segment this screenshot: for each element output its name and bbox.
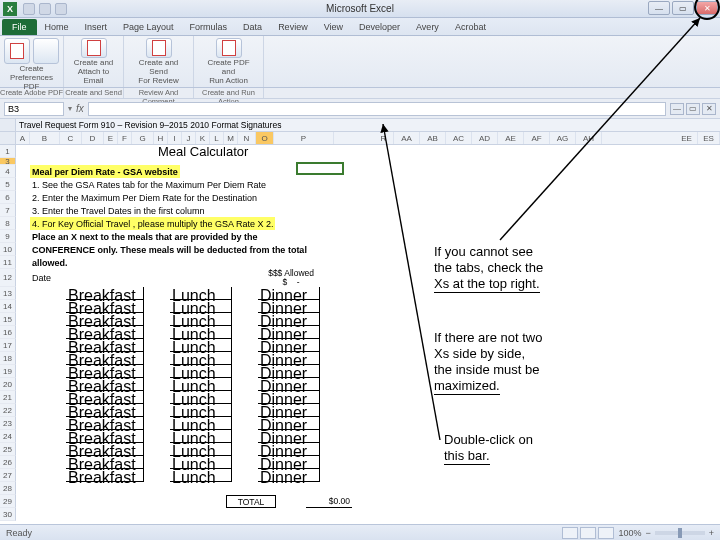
- view-normal-icon[interactable]: [562, 527, 578, 539]
- row-hdr[interactable]: 19: [0, 365, 16, 378]
- zoom-out-icon[interactable]: −: [645, 528, 650, 538]
- tab-home[interactable]: Home: [37, 19, 77, 35]
- row-hdr[interactable]: 30: [0, 508, 16, 521]
- name-box[interactable]: B3: [4, 102, 64, 116]
- row-hdr[interactable]: 29: [0, 495, 16, 508]
- col-AB[interactable]: AB: [420, 132, 446, 144]
- row-hdr[interactable]: 22: [0, 404, 16, 417]
- tab-formulas[interactable]: Formulas: [182, 19, 236, 35]
- col-AA[interactable]: AA: [394, 132, 420, 144]
- zoom-slider[interactable]: [655, 531, 705, 535]
- row-hdr[interactable]: 12: [0, 269, 16, 287]
- dinner-cell[interactable]: Dinner: [258, 313, 320, 326]
- prefs-icon[interactable]: [33, 38, 59, 64]
- file-tab[interactable]: File: [2, 19, 37, 35]
- tab-view[interactable]: View: [316, 19, 351, 35]
- dinner-cell[interactable]: Dinner: [258, 300, 320, 313]
- col-N[interactable]: N: [238, 132, 256, 144]
- lunch-cell[interactable]: Lunch: [170, 287, 232, 300]
- col-D[interactable]: D: [82, 132, 104, 144]
- dinner-cell[interactable]: Dinner: [258, 365, 320, 378]
- dinner-cell[interactable]: Dinner: [258, 456, 320, 469]
- breakfast-cell[interactable]: Breakfast: [66, 404, 144, 417]
- close-inner-icon[interactable]: ✕: [702, 103, 716, 115]
- col-AD[interactable]: AD: [472, 132, 498, 144]
- breakfast-cell[interactable]: Breakfast: [66, 391, 144, 404]
- row-hdr[interactable]: 5: [0, 178, 16, 191]
- lunch-cell[interactable]: Lunch: [170, 404, 232, 417]
- dinner-cell[interactable]: Dinner: [258, 352, 320, 365]
- row-hdr[interactable]: 8: [0, 217, 16, 230]
- action-icon[interactable]: [216, 38, 242, 58]
- row-hdr[interactable]: 25: [0, 443, 16, 456]
- dinner-cell[interactable]: Dinner: [258, 326, 320, 339]
- row-hdr[interactable]: 23: [0, 417, 16, 430]
- dinner-cell[interactable]: Dinner: [258, 287, 320, 300]
- lunch-cell[interactable]: Lunch: [170, 313, 232, 326]
- col-J[interactable]: J: [182, 132, 196, 144]
- tab-developer[interactable]: Developer: [351, 19, 408, 35]
- row-hdr[interactable]: 27: [0, 469, 16, 482]
- tab-pagelayout[interactable]: Page Layout: [115, 19, 182, 35]
- col-F[interactable]: F: [118, 132, 132, 144]
- col-K[interactable]: K: [196, 132, 210, 144]
- col-AC[interactable]: AC: [446, 132, 472, 144]
- minimize-outer-icon[interactable]: —: [648, 1, 670, 15]
- breakfast-cell[interactable]: Breakfast: [66, 430, 144, 443]
- lunch-cell[interactable]: Lunch: [170, 443, 232, 456]
- row-hdr[interactable]: 9: [0, 230, 16, 243]
- row-hdr[interactable]: 17: [0, 339, 16, 352]
- tab-avery[interactable]: Avery: [408, 19, 447, 35]
- dinner-cell[interactable]: Dinner: [258, 443, 320, 456]
- row-hdr[interactable]: 15: [0, 313, 16, 326]
- col-AE[interactable]: AE: [498, 132, 524, 144]
- col-M[interactable]: M: [224, 132, 238, 144]
- breakfast-cell[interactable]: Breakfast: [66, 326, 144, 339]
- col-AF[interactable]: AF: [524, 132, 550, 144]
- dropdown-icon[interactable]: ▾: [68, 104, 72, 113]
- col-R[interactable]: R: [374, 132, 394, 144]
- dinner-cell[interactable]: Dinner: [258, 378, 320, 391]
- minimize-inner-icon[interactable]: —: [670, 103, 684, 115]
- breakfast-cell[interactable]: Breakfast: [66, 378, 144, 391]
- breakfast-cell[interactable]: Breakfast: [66, 352, 144, 365]
- row-hdr[interactable]: 26: [0, 456, 16, 469]
- lunch-cell[interactable]: Lunch: [170, 326, 232, 339]
- row-hdr[interactable]: 28: [0, 482, 16, 495]
- breakfast-cell[interactable]: Breakfast: [66, 456, 144, 469]
- view-layout-icon[interactable]: [580, 527, 596, 539]
- col-G[interactable]: G: [132, 132, 154, 144]
- qat-undo-icon[interactable]: [39, 3, 51, 15]
- lunch-cell[interactable]: Lunch: [170, 378, 232, 391]
- col-B[interactable]: B: [30, 132, 60, 144]
- email-icon[interactable]: [81, 38, 107, 58]
- row-hdr[interactable]: 4: [0, 165, 16, 178]
- breakfast-cell[interactable]: Breakfast: [66, 313, 144, 326]
- tab-review[interactable]: Review: [270, 19, 316, 35]
- view-break-icon[interactable]: [598, 527, 614, 539]
- row-hdr[interactable]: 11: [0, 256, 16, 269]
- col-A[interactable]: A: [16, 132, 30, 144]
- col-E[interactable]: E: [104, 132, 118, 144]
- breakfast-cell[interactable]: Breakfast: [66, 339, 144, 352]
- lunch-cell[interactable]: Lunch: [170, 430, 232, 443]
- dinner-cell[interactable]: Dinner: [258, 339, 320, 352]
- close-outer-icon[interactable]: ✕: [696, 1, 718, 15]
- qat-save-icon[interactable]: [23, 3, 35, 15]
- breakfast-cell[interactable]: Breakfast: [66, 443, 144, 456]
- col-L[interactable]: L: [210, 132, 224, 144]
- lunch-cell[interactable]: Lunch: [170, 456, 232, 469]
- row-hdr[interactable]: 10: [0, 243, 16, 256]
- fx-icon[interactable]: fx: [76, 103, 84, 114]
- zoom-in-icon[interactable]: +: [709, 528, 714, 538]
- row-hdr[interactable]: 24: [0, 430, 16, 443]
- tab-acrobat[interactable]: Acrobat: [447, 19, 494, 35]
- col-H[interactable]: H: [154, 132, 168, 144]
- dinner-cell[interactable]: Dinner: [258, 391, 320, 404]
- dinner-cell[interactable]: Dinner: [258, 430, 320, 443]
- breakfast-cell[interactable]: Breakfast: [66, 417, 144, 430]
- col-AH[interactable]: AH: [576, 132, 602, 144]
- qat-redo-icon[interactable]: [55, 3, 67, 15]
- select-all-corner[interactable]: [0, 132, 16, 144]
- pdf-icon[interactable]: [4, 38, 30, 64]
